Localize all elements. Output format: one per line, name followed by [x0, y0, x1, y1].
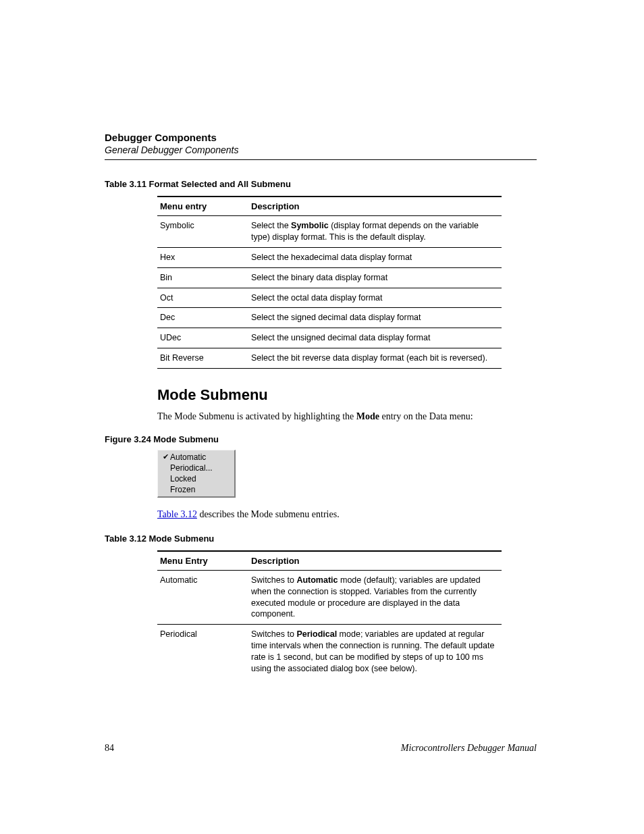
- table-row: Automatic Switches to Automatic mode (de…: [157, 570, 502, 625]
- table-cell: Dec: [157, 308, 248, 328]
- header-title: Debugger Components: [105, 132, 537, 143]
- table-cell: Switches to Periodical mode; variables a…: [248, 625, 502, 679]
- table-row: Hex Select the hexadecimal data display …: [157, 247, 502, 267]
- table-cell: Switches to Automatic mode (default); va…: [248, 570, 502, 625]
- table-cell: Periodical: [157, 625, 248, 679]
- header-rule: [105, 159, 537, 160]
- reference-text: Table 3.12 describes the Mode submenu en…: [157, 509, 537, 521]
- table-row: Periodical Switches to Periodical mode; …: [157, 625, 502, 679]
- table-cell: UDec: [157, 328, 248, 348]
- table-row: UDec Select the unsigned decimal data di…: [157, 328, 502, 348]
- menu-item-label: Periodical...: [170, 463, 230, 473]
- table-3-12: Menu Entry Description Automatic Switche…: [157, 550, 502, 679]
- table-cell: Select the hexadecimal data display form…: [248, 247, 502, 267]
- table-3-12-link[interactable]: Table 3.12: [157, 509, 197, 519]
- menu-item-label: Automatic: [170, 452, 230, 462]
- table-3-11-caption: Table 3.11 Format Selected and All Subme…: [105, 179, 537, 189]
- menu-item-periodical[interactable]: Periodical...: [158, 463, 234, 473]
- page-number: 84: [105, 743, 114, 754]
- section-intro: The Mode Submenu is activated by highlig…: [157, 411, 537, 423]
- page-footer: 84 Microcontrollers Debugger Manual: [105, 743, 537, 754]
- menu-item-label: Locked: [170, 474, 230, 484]
- menu-item-automatic[interactable]: ✔ Automatic: [158, 452, 234, 463]
- menu-item-label: Frozen: [170, 485, 230, 494]
- manual-title: Microcontrollers Debugger Manual: [401, 743, 537, 754]
- menu-item-frozen[interactable]: Frozen: [158, 484, 234, 495]
- table-row: Dec Select the signed decimal data displ…: [157, 308, 502, 328]
- table-cell: Select the Symbolic (display format depe…: [248, 216, 502, 248]
- table-header-cell: Menu entry: [157, 197, 248, 216]
- table-cell: Select the octal data display format: [248, 288, 502, 308]
- section-heading: Mode Submenu: [157, 386, 537, 404]
- table-3-12-caption: Table 3.12 Mode Submenu: [105, 533, 537, 544]
- table-cell: Symbolic: [157, 216, 248, 248]
- table-header-cell: Menu Entry: [157, 551, 248, 571]
- table-cell: Select the binary data display format: [248, 267, 502, 288]
- table-row: Bin Select the binary data display forma…: [157, 267, 502, 288]
- table-cell: Bin: [157, 267, 248, 288]
- figure-3-24-caption: Figure 3.24 Mode Submenu: [105, 434, 537, 444]
- checkmark-icon: ✔: [161, 452, 170, 461]
- table-row: Bit Reverse Select the bit reverse data …: [157, 348, 502, 369]
- table-cell: Select the signed decimal data display f…: [248, 308, 502, 328]
- table-cell: Select the bit reverse data display form…: [248, 348, 502, 369]
- page-header: Debugger Components General Debugger Com…: [105, 132, 537, 160]
- table-cell: Hex: [157, 247, 248, 267]
- mode-submenu-figure: ✔ Automatic Periodical... Locked Frozen: [157, 450, 236, 498]
- menu-item-locked[interactable]: Locked: [158, 473, 234, 484]
- table-header-cell: Description: [248, 197, 502, 216]
- table-cell: Oct: [157, 288, 248, 308]
- table-header-cell: Description: [248, 551, 502, 571]
- header-subtitle: General Debugger Components: [105, 145, 537, 155]
- table-row: Symbolic Select the Symbolic (display fo…: [157, 216, 502, 248]
- table-cell: Bit Reverse: [157, 348, 248, 369]
- table-3-11: Menu entry Description Symbolic Select t…: [157, 196, 502, 369]
- table-cell: Automatic: [157, 570, 248, 625]
- table-row: Oct Select the octal data display format: [157, 288, 502, 308]
- table-cell: Select the unsigned decimal data display…: [248, 328, 502, 348]
